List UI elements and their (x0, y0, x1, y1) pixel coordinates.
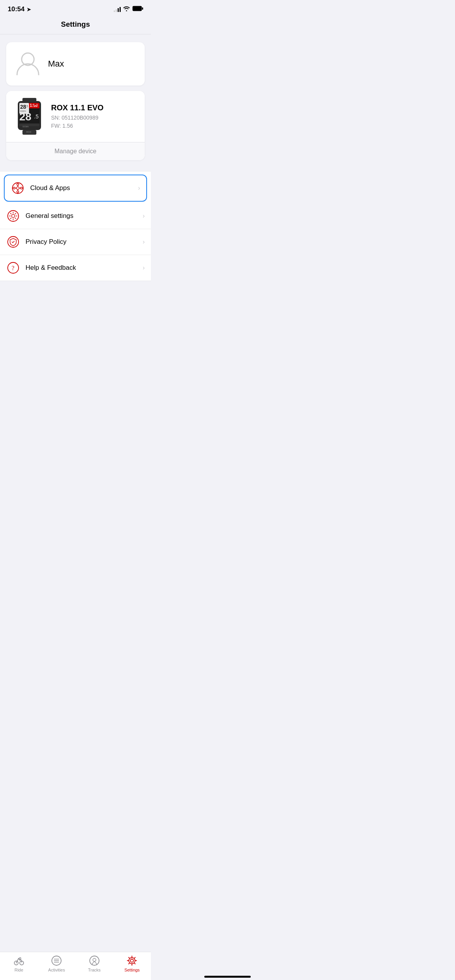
menu-label-general-settings: General settings (26, 212, 137, 220)
svg-point-21 (17, 187, 19, 190)
chevron-icon-general-settings: › (143, 212, 145, 219)
status-time: 10:54 ➤ (8, 5, 31, 13)
svg-text:.5: .5 (34, 113, 39, 120)
device-name: ROX 11.1 EVO (51, 103, 137, 112)
signal-icon (114, 7, 121, 12)
device-info: ROX 11.1 EVO SN: 051120B00989 FW: 1.56 (51, 103, 137, 130)
svg-rect-19 (34, 103, 37, 105)
page-title: Settings (61, 20, 90, 28)
profile-name: Max (48, 59, 64, 69)
svg-point-24 (13, 187, 15, 189)
svg-text:SIGMA: SIGMA (22, 125, 29, 128)
svg-point-25 (21, 187, 22, 189)
chevron-icon-help-feedback: › (143, 264, 145, 271)
menu-item-general-settings[interactable]: General settings › (0, 203, 151, 229)
menu-label-help-feedback: Help & Feedback (26, 264, 137, 272)
svg-point-31 (12, 214, 15, 218)
device-sn: SN: 051120B00989 (51, 114, 137, 122)
battery-icon (132, 6, 143, 13)
menu-item-help-feedback[interactable]: ? Help & Feedback › (0, 255, 151, 281)
status-bar: 10:54 ➤ (0, 0, 151, 16)
svg-text:28: 28 (19, 111, 31, 123)
menu-label-privacy-policy: Privacy Policy (26, 238, 137, 246)
svg-text:?: ? (12, 265, 14, 271)
menu-list: Cloud & Apps › General settings › (0, 171, 151, 281)
chevron-icon-privacy-policy: › (143, 238, 145, 245)
menu-item-privacy-policy[interactable]: Privacy Policy › (0, 229, 151, 255)
svg-text:ROX: ROX (26, 131, 31, 133)
wifi-icon (123, 6, 130, 13)
general-settings-icon (6, 209, 20, 223)
nav-title: Settings (0, 16, 151, 34)
status-icons (114, 6, 143, 13)
svg-point-20 (12, 183, 23, 194)
svg-point-22 (17, 183, 19, 185)
device-section: 28 .5 1:58 KM/H 28 .5 (6, 91, 145, 160)
privacy-policy-icon (6, 235, 20, 249)
svg-point-23 (17, 191, 19, 193)
menu-item-cloud-apps[interactable]: Cloud & Apps › (4, 175, 147, 202)
help-feedback-icon: ? (6, 261, 20, 275)
menu-label-cloud-apps: Cloud & Apps (30, 184, 133, 192)
cloud-apps-wrapper: Cloud & Apps › (0, 171, 151, 203)
profile-card[interactable]: Max (6, 42, 145, 86)
device-fw: FW: 1.56 (51, 122, 137, 130)
chevron-icon-cloud-apps: › (138, 185, 140, 192)
svg-rect-1 (142, 7, 143, 10)
avatar (14, 50, 42, 78)
svg-rect-15 (22, 98, 36, 102)
svg-text:.5: .5 (26, 105, 28, 108)
avatar-icon (14, 49, 42, 79)
svg-rect-2 (133, 7, 141, 10)
cloud-apps-icon (11, 181, 25, 195)
time-display: 10:54 (8, 5, 24, 13)
manage-device-button[interactable]: Manage device (6, 142, 145, 160)
content-area: Max 28 .5 1:58 KM/H (0, 34, 151, 320)
device-card[interactable]: 28 .5 1:58 KM/H 28 .5 (6, 91, 145, 142)
location-icon: ➤ (27, 7, 31, 12)
device-image: 28 .5 1:58 KM/H 28 .5 (14, 97, 45, 136)
